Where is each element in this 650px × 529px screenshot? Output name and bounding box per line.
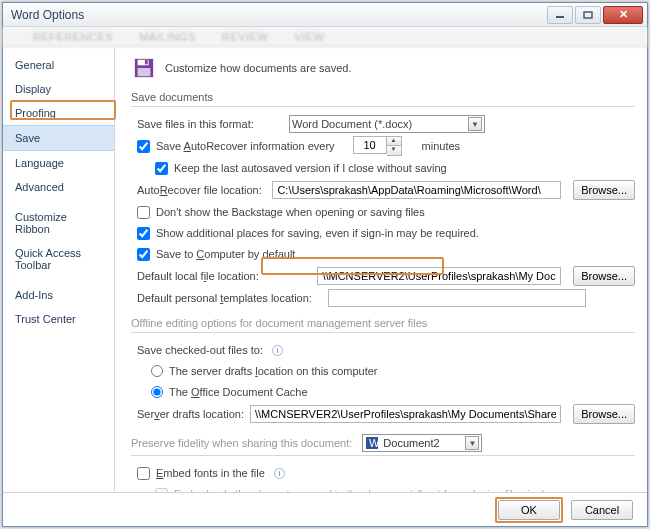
- server-drafts-loc-label: Server drafts location:: [137, 408, 244, 420]
- sidebar-item-save[interactable]: Save: [3, 125, 114, 151]
- additional-places-checkbox[interactable]: [137, 227, 150, 240]
- info-icon[interactable]: i: [274, 468, 285, 479]
- sidebar-item-language[interactable]: Language: [3, 151, 114, 175]
- info-icon[interactable]: i: [272, 345, 283, 356]
- backstage-checkbox[interactable]: [137, 206, 150, 219]
- spin-down-icon[interactable]: ▼: [387, 146, 401, 155]
- chevron-down-icon: ▼: [468, 117, 482, 131]
- format-combo[interactable]: Word Document (*.docx)▼: [289, 115, 485, 133]
- section-fidelity: Preserve fidelity when sharing this docu…: [131, 430, 635, 456]
- default-local-input[interactable]: [317, 267, 561, 285]
- sidebar-item-general[interactable]: General: [3, 53, 114, 77]
- embed-fonts-checkbox[interactable]: [137, 467, 150, 480]
- browse-ar-button[interactable]: Browse...: [573, 180, 635, 200]
- sidebar: GeneralDisplayProofingSaveLanguageAdvanc…: [3, 47, 115, 492]
- close-button[interactable]: ✕: [603, 6, 643, 24]
- dialog-footer: OK Cancel: [3, 492, 647, 526]
- section-offline: Offline editing options for document man…: [131, 313, 635, 333]
- format-label: Save files in this format:: [137, 118, 283, 130]
- save-icon: [133, 57, 155, 79]
- server-drafts-radio[interactable]: [151, 365, 163, 377]
- sidebar-item-display[interactable]: Display: [3, 77, 114, 101]
- minimize-button[interactable]: [547, 6, 573, 24]
- chevron-down-icon: ▼: [465, 436, 479, 450]
- minutes-label: minutes: [422, 140, 461, 152]
- checked-out-label: Save checked-out files to:: [137, 344, 263, 356]
- default-local-label: Default local file location:: [137, 270, 311, 282]
- sidebar-item-customize-ribbon[interactable]: Customize Ribbon: [3, 205, 114, 241]
- default-templates-input[interactable]: [328, 289, 586, 307]
- word-options-dialog: Word Options ✕ REFERENCESMAILINGSREVIEWV…: [2, 2, 648, 527]
- background-ribbon: REFERENCESMAILINGSREVIEWVIEW: [3, 27, 647, 47]
- embed-chars-checkbox: [155, 488, 168, 493]
- svg-rect-0: [556, 16, 564, 18]
- sidebar-item-proofing[interactable]: Proofing: [3, 101, 114, 125]
- save-to-computer-checkbox[interactable]: [137, 248, 150, 261]
- window-title: Word Options: [11, 8, 545, 22]
- cancel-button[interactable]: Cancel: [571, 500, 633, 520]
- backstage-label: Don't show the Backstage when opening or…: [156, 206, 425, 218]
- keep-last-label: Keep the last autosaved version if I clo…: [174, 162, 447, 174]
- ar-location-input[interactable]: [272, 181, 561, 199]
- ar-location-label: AutoRecover file location:: [137, 184, 266, 196]
- maximize-button[interactable]: [575, 6, 601, 24]
- word-doc-icon: W: [365, 436, 379, 450]
- browse-server-button[interactable]: Browse...: [573, 404, 635, 424]
- office-cache-radio-label: The Office Document Cache: [169, 386, 308, 398]
- svg-rect-1: [584, 12, 592, 18]
- sidebar-item-trust-center[interactable]: Trust Center: [3, 307, 114, 331]
- section-save-documents: Save documents: [131, 87, 635, 107]
- autorecover-label: Save AutoRecover information every: [156, 140, 335, 152]
- autorecover-checkbox[interactable]: [137, 140, 150, 153]
- embed-fonts-label: Embed fonts in the file: [156, 467, 265, 479]
- default-templates-label: Default personal templates location:: [137, 292, 322, 304]
- sidebar-item-advanced[interactable]: Advanced: [3, 175, 114, 199]
- spin-up-icon[interactable]: ▲: [387, 137, 401, 146]
- banner-text: Customize how documents are saved.: [165, 62, 351, 74]
- autorecover-minutes-spinner[interactable]: ▲▼: [353, 136, 402, 156]
- fidelity-doc-combo[interactable]: W Document2 ▼: [362, 434, 482, 452]
- additional-places-label: Show additional places for saving, even …: [156, 227, 479, 239]
- highlight-ok: OK: [495, 497, 563, 523]
- save-to-computer-label: Save to Computer by default: [156, 248, 295, 260]
- svg-rect-5: [138, 68, 151, 76]
- keep-last-checkbox[interactable]: [155, 162, 168, 175]
- svg-text:W: W: [369, 437, 379, 449]
- embed-chars-label: Embed only the characters used in the do…: [174, 488, 545, 492]
- titlebar: Word Options ✕: [3, 3, 647, 27]
- content-pane: Customize how documents are saved. Save …: [115, 47, 647, 492]
- server-drafts-loc-input[interactable]: [250, 405, 561, 423]
- browse-local-button[interactable]: Browse...: [573, 266, 635, 286]
- sidebar-item-quick-access-toolbar[interactable]: Quick Access Toolbar: [3, 241, 114, 277]
- server-drafts-radio-label: The server drafts location on this compu…: [169, 365, 378, 377]
- ok-button[interactable]: OK: [498, 500, 560, 520]
- sidebar-item-add-ins[interactable]: Add-Ins: [3, 283, 114, 307]
- svg-rect-4: [145, 60, 148, 65]
- office-cache-radio[interactable]: [151, 386, 163, 398]
